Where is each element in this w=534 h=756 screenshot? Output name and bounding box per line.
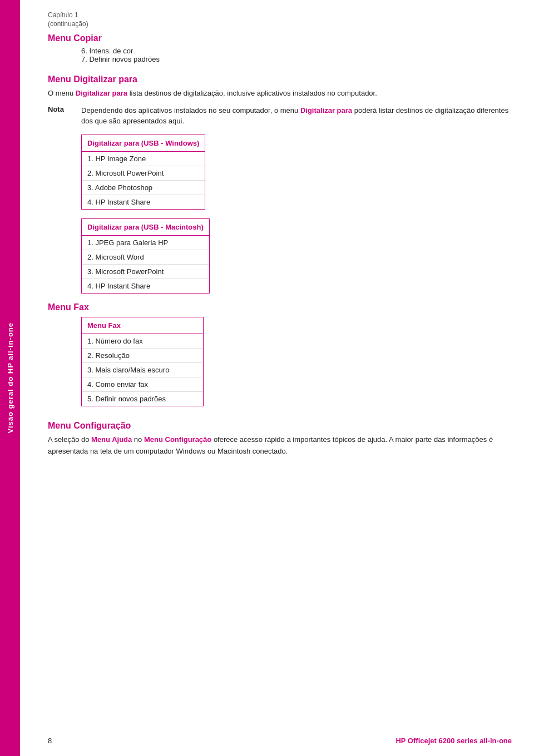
usb-windows-box: Digitalizar para (USB - Windows) 1. HP I…: [81, 135, 205, 210]
sidebar-label: Visão geral do HP all-in-one: [6, 322, 14, 433]
usb-windows-item-3: 3. Adobe Photoshop: [82, 181, 205, 195]
menu-digitalizar-intro-before: O menu: [48, 89, 76, 97]
footer: 8 HP Officejet 6200 series all-in-one: [20, 737, 534, 745]
usb-windows-item-2: 2. Microsoft PowerPoint: [82, 166, 205, 181]
usb-macintosh-header: Digitalizar para (USB - Macintosh): [82, 219, 209, 236]
menu-configuracao-text-middle: no: [132, 435, 144, 444]
menu-fax-item-4: 4. Como enviar fax: [82, 377, 203, 392]
menu-configuracao-highlight2: Menu Configuração: [144, 435, 211, 444]
sidebar: Visão geral do HP all-in-one: [0, 0, 20, 756]
menu-digitalizar-intro-after: lista destinos de digitalização, inclusi…: [127, 89, 377, 97]
menu-copiar-item-2: 7. Definir novos padrões: [81, 55, 512, 63]
menu-fax-section-heading: Menu Fax: [48, 302, 512, 312]
note-row: Nota Dependendo dos aplicativos instalad…: [48, 105, 512, 127]
menu-digitalizar-intro: O menu Digitalizar para lista destinos d…: [48, 88, 512, 100]
menu-fax-item-2: 2. Resolução: [82, 349, 203, 363]
usb-macintosh-item-1: 1. JPEG para Galeria HP: [82, 236, 209, 250]
usb-macintosh-box: Digitalizar para (USB - Macintosh) 1. JP…: [81, 218, 210, 294]
usb-windows-item-4: 4. HP Instant Share: [82, 195, 205, 209]
menu-fax-item-1: 1. Número do fax: [82, 334, 203, 349]
menu-copiar-items: 6. Intens. de cor 7. Definir novos padrõ…: [81, 47, 512, 63]
note-text-before: Dependendo dos aplicativos instalados no…: [81, 106, 300, 115]
usb-macintosh-item-4: 4. HP Instant Share: [82, 279, 209, 293]
menu-digitalizar-heading: Menu Digitalizar para: [48, 74, 512, 84]
menu-configuracao-text: A seleção do Menu Ajuda no Menu Configur…: [48, 434, 512, 457]
note-text: Dependendo dos aplicativos instalados no…: [81, 105, 512, 127]
usb-macintosh-section: Digitalizar para (USB - Macintosh) 1. JP…: [81, 218, 512, 302]
main-content: Capítulo 1 (continuação) Menu Copiar 6. …: [20, 0, 534, 485]
chapter-label: Capítulo 1: [48, 11, 512, 19]
menu-digitalizar-highlight: Digitalizar para: [76, 89, 127, 97]
usb-windows-section: Digitalizar para (USB - Windows) 1. HP I…: [81, 135, 512, 218]
menu-copiar-item-1: 6. Intens. de cor: [81, 47, 512, 55]
note-highlight: Digitalizar para: [300, 106, 352, 115]
menu-fax-item-3: 3. Mais claro/Mais escuro: [82, 363, 203, 377]
usb-windows-header: Digitalizar para (USB - Windows): [82, 135, 205, 152]
menu-fax-section: Menu Fax 1. Número do fax 2. Resolução 3…: [81, 317, 512, 415]
note-label: Nota: [48, 105, 81, 127]
menu-configuracao-highlight1: Menu Ajuda: [91, 435, 132, 444]
usb-macintosh-item-2: 2. Microsoft Word: [82, 250, 209, 265]
menu-configuracao-text-before: A seleção do: [48, 435, 91, 444]
menu-fax-item-5: 5. Definir novos padrões: [82, 392, 203, 406]
menu-copiar-heading: Menu Copiar: [48, 33, 512, 43]
menu-configuracao-heading: Menu Configuração: [48, 421, 512, 431]
menu-fax-box: Menu Fax 1. Número do fax 2. Resolução 3…: [81, 317, 204, 406]
usb-windows-item-1: 1. HP Image Zone: [82, 152, 205, 166]
usb-macintosh-item-3: 3. Microsoft PowerPoint: [82, 265, 209, 279]
continuation-label: (continuação): [48, 20, 512, 28]
footer-page: 8: [48, 737, 52, 745]
menu-fax-header: Menu Fax: [82, 317, 203, 334]
footer-brand: HP Officejet 6200 series all-in-one: [395, 737, 512, 745]
